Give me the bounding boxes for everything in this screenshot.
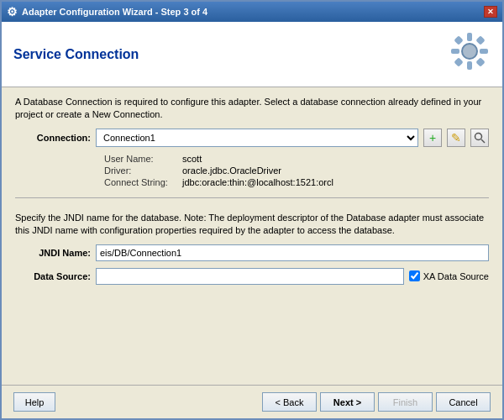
search-connection-button[interactable] [470,129,489,147]
driver-label: Driver: [104,165,176,176]
description-text: A Database Connection is required to con… [15,96,489,122]
gear-icon [449,30,491,80]
cancel-button[interactable]: Cancel [436,392,491,412]
search-icon [474,132,486,144]
wizard-window: ⚙ Adapter Configuration Wizard - Step 3 … [0,0,504,420]
main-content: A Database Connection is required to con… [2,87,502,385]
window-title: Adapter Configuration Wizard - Step 3 of… [22,7,207,17]
jndi-row: JNDI Name: [15,244,489,261]
svg-line-10 [481,139,485,143]
next-button[interactable]: Next > [320,392,375,412]
window-icon: ⚙ [7,5,18,18]
svg-rect-6 [475,35,485,45]
connection-dropdown[interactable]: Connection1 [96,129,418,147]
title-bar: ⚙ Adapter Configuration Wizard - Step 3 … [2,2,502,22]
xa-datasource-checkbox[interactable] [409,270,420,281]
datasource-label: Data Source: [15,271,91,281]
svg-rect-7 [454,57,463,66]
finish-button[interactable]: Finish [378,392,433,412]
xa-datasource-group: XA Data Source [409,270,489,281]
svg-rect-1 [467,33,472,41]
connection-row: Connection: Connection1 + ✎ [15,129,489,147]
datasource-input[interactable] [96,268,404,285]
svg-point-0 [462,44,477,59]
svg-rect-3 [451,49,459,54]
datasource-row: Data Source: XA Data Source [15,268,489,285]
connection-dropdown-wrapper: Connection1 [96,129,418,147]
svg-rect-4 [480,49,488,54]
driver-row: Driver: oracle.jdbc.OracleDriver [104,165,489,176]
header-area: Service Connection [2,22,502,87]
close-button[interactable]: ✕ [484,6,497,18]
username-label: User Name: [104,154,176,164]
username-value: scott [182,154,202,164]
footer-nav-buttons: < Back Next > Finish Cancel [262,392,491,412]
svg-point-9 [475,133,482,139]
connection-info: User Name: scott Driver: oracle.jdbc.Ora… [15,154,489,187]
svg-rect-5 [454,35,463,45]
footer: Help < Back Next > Finish Cancel [2,385,502,418]
jndi-section-desc: Specify the JNDI name for the database. … [15,212,489,238]
connect-string-label: Connect String: [104,177,176,187]
jndi-label: JNDI Name: [15,248,91,258]
separator [15,197,489,198]
driver-value: oracle.jdbc.OracleDriver [182,165,281,176]
username-row: User Name: scott [104,154,489,164]
jndi-input[interactable] [96,244,489,261]
svg-rect-8 [475,57,485,66]
svg-rect-2 [467,61,472,70]
connect-string-value: jdbc:oracle:thin:@localhost:1521:orcl [182,177,333,187]
edit-connection-button[interactable]: ✎ [447,129,465,147]
connect-string-row: Connect String: jdbc:oracle:thin:@localh… [104,177,489,187]
help-button[interactable]: Help [13,392,55,412]
add-connection-button[interactable]: + [423,129,442,147]
xa-datasource-label: XA Data Source [423,271,489,281]
page-title: Service Connection [13,47,139,62]
back-button[interactable]: < Back [262,392,317,412]
connection-label: Connection: [15,133,91,143]
